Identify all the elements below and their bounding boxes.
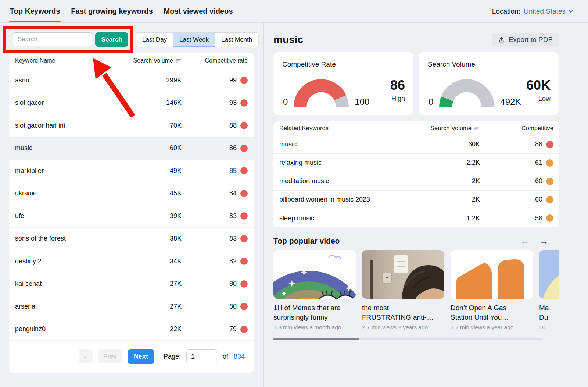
table-row[interactable]: destiny 2 34K 82 [9, 250, 254, 273]
competitive-dot [240, 326, 248, 333]
next-page-button[interactable]: Next [128, 349, 154, 364]
rate-cell: 85 [182, 167, 248, 175]
export-to-pdf-button[interactable]: Export to PDF [492, 33, 559, 47]
related-row[interactable]: music 60K 86 [273, 135, 559, 154]
gauge-area: 0 100 [283, 79, 369, 107]
keywords-table-header: Keyword Name Search Volume Competitive r… [9, 53, 254, 69]
keyword-cell: music [15, 144, 126, 152]
video-carousel: 1H of Memes that are surprisingly funny … [273, 250, 559, 331]
carousel-prev-icon[interactable]: ← [520, 236, 529, 246]
keyword-cell: billboard women in music 2023 [279, 196, 410, 203]
competitive-dot [240, 77, 248, 84]
rate-cell: 79 [182, 325, 248, 333]
video-card[interactable]: Ma Du 10 [539, 250, 559, 331]
search-input[interactable] [13, 32, 92, 46]
table-row[interactable]: ufc 39K 83 [9, 205, 254, 228]
competitive-dot [240, 212, 248, 220]
video-card[interactable]: the most FRUSTRATING anti-… 2.7 mln view… [362, 250, 444, 331]
table-row[interactable]: markiplier 49K 85 [9, 160, 254, 182]
filter-last-day[interactable]: Last Day [136, 33, 173, 47]
keyword-cell: kai cenat [15, 280, 126, 288]
table-row[interactable]: slot gacor 146K 93 [9, 92, 254, 115]
pagination: « Prev Next Page: of 834 [9, 341, 254, 372]
tab-most-viewed-videos[interactable]: Most viewed videos [163, 0, 234, 22]
carousel-scrollbar[interactable] [273, 338, 543, 340]
table-row[interactable]: slot gacor hari ini 70K 88 [9, 114, 254, 137]
carousel-scrollbar-thumb[interactable] [273, 338, 359, 340]
main-content: Search Last Day Last Week Last Month Key… [0, 23, 588, 387]
table-row[interactable]: sons of the forest 38K 83 [9, 228, 254, 251]
rate-cell: 83 [182, 235, 248, 242]
column-search-volume[interactable]: Search Volume [126, 57, 182, 64]
rate-cell: 60 [480, 196, 553, 203]
total-pages-link[interactable]: 834 [234, 353, 245, 361]
page-number-input[interactable] [186, 349, 217, 363]
first-page-button[interactable]: « [79, 349, 93, 363]
related-row[interactable]: billboard women in music 2023 2K 60 [273, 191, 559, 209]
keywords-table: Keyword Name Search Volume Competitive r… [9, 53, 254, 373]
tab-fast-growing-keywords[interactable]: Fast growing keywords [70, 0, 153, 22]
volume-cell: 38K [126, 235, 182, 242]
keyword-cell: asmr [15, 77, 126, 84]
top-navigation-bar: Top Keywords Fast growing keywords Most … [0, 0, 588, 23]
keyword-cell: sleep music [279, 214, 410, 222]
rate-cell: 80 [182, 280, 248, 288]
volume-cell: 70K [126, 122, 182, 129]
table-row[interactable]: kai cenat 27K 80 [9, 273, 254, 296]
table-row[interactable]: penguinz0 22K 79 [9, 318, 254, 341]
related-row[interactable]: meditation music 2K 60 [273, 172, 559, 191]
table-row[interactable]: ukraine 45K 84 [9, 182, 254, 205]
filter-last-week[interactable]: Last Week [173, 33, 215, 47]
sort-icon [474, 126, 480, 131]
competitive-dot [546, 214, 553, 222]
controls-row: Search Last Day Last Week Last Month [9, 32, 263, 47]
video-card[interactable]: 1H of Memes that are surprisingly funny … [273, 250, 356, 331]
volume-cell: 146K [126, 99, 182, 107]
search-volume-card: Search Volume 0 492K 60K Low [419, 52, 559, 115]
location-selector[interactable]: United States [524, 7, 573, 15]
table-row[interactable]: arsenal 27K 80 [9, 295, 254, 318]
table-row-selected[interactable]: music 60K 86 [9, 137, 254, 160]
competitive-dot [546, 196, 553, 203]
rate-cell: 60 [480, 177, 553, 185]
video-title[interactable]: 1H of Memes that are surprisingly funny [273, 303, 356, 322]
carousel-next-icon[interactable]: → [539, 236, 548, 246]
filter-last-month[interactable]: Last Month [215, 33, 258, 47]
volume-cell: 39K [126, 212, 182, 220]
table-row[interactable]: asmr 299K 99 [9, 69, 254, 92]
competitive-dot [240, 99, 248, 107]
chevron-down-icon [568, 10, 573, 13]
keyword-cell: destiny 2 [15, 258, 126, 265]
rate-cell: 56 [480, 214, 553, 222]
location-value: United States [524, 7, 566, 15]
rate-cell: 86 [480, 141, 553, 148]
video-title[interactable]: Ma Du [539, 303, 559, 322]
video-title[interactable]: Don’t Open A Gas Station Until You… [451, 303, 533, 322]
video-thumbnail-gas-station [451, 250, 533, 299]
volume-cell: 49K [126, 167, 182, 175]
keyword-cell: arsenal [15, 303, 126, 310]
tab-list: Top Keywords Fast growing keywords Most … [9, 0, 233, 22]
prev-page-button[interactable]: Prev [98, 349, 122, 363]
column-search-volume[interactable]: Search Volume [410, 125, 480, 132]
keyword-cell: music [279, 141, 410, 148]
competitive-dot [546, 159, 553, 167]
keyword-cell: meditation music [279, 177, 410, 185]
gauge-cards: Competitive Rate 0 100 86 High Search Vo… [273, 52, 588, 115]
video-title[interactable]: the most FRUSTRATING anti-… [362, 303, 444, 322]
gauge-caption: High [390, 95, 405, 103]
related-row[interactable]: sleep music 1.2K 56 [273, 209, 559, 227]
video-card[interactable]: Don’t Open A Gas Station Until You… 3.1 … [451, 250, 533, 331]
related-row[interactable]: relaxing music 2.2K 61 [273, 154, 559, 172]
competitive-rate-gauge [294, 79, 349, 107]
column-search-volume-label: Search Volume [430, 125, 472, 132]
keywords-panel: Search Last Day Last Week Last Month Key… [0, 23, 264, 387]
time-filter: Last Day Last Week Last Month [136, 32, 259, 47]
gauge-value: 60K [526, 79, 551, 92]
top-popular-video-header: Top popular video ← → [273, 236, 559, 246]
search-button[interactable]: Search [95, 32, 128, 47]
keyword-cell: sons of the forest [15, 235, 126, 242]
keyword-cell: ufc [15, 212, 126, 220]
rate-cell: 86 [182, 144, 248, 152]
tab-top-keywords[interactable]: Top Keywords [9, 0, 61, 22]
